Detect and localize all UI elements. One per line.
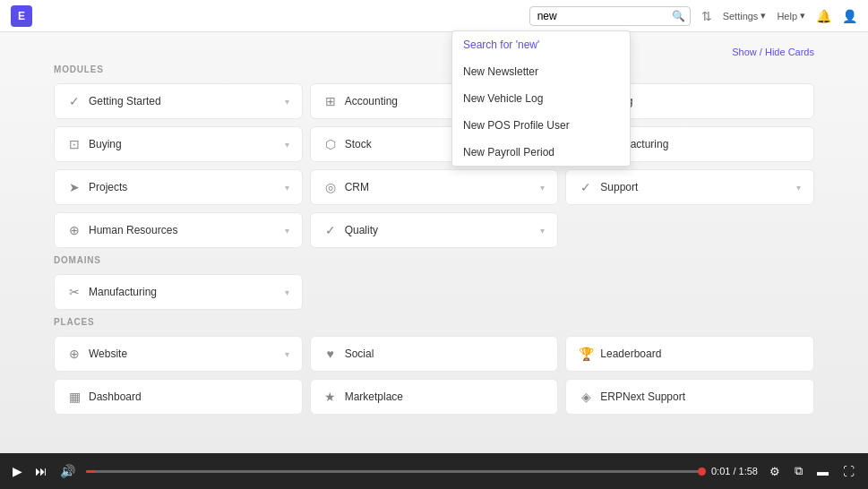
dropdown-item-vehicle-log[interactable]: New Vehicle Log [452, 85, 630, 112]
card-support[interactable]: ✓ Support ▾ [565, 169, 814, 205]
stock-icon: ⬡ [323, 137, 338, 151]
play-button[interactable]: ▶ [11, 464, 24, 478]
getting-started-icon: ✓ [67, 94, 82, 108]
quality-icon: ✓ [323, 223, 338, 237]
modules-section-label: MODULES [54, 64, 814, 74]
progress-bar-fill [86, 470, 95, 473]
modules-grid: ✓ Getting Started ▾ ⊞ Accounting ↗ Selli… [54, 83, 814, 248]
places-grid: ⊕ Website ▾ ♥ Social 🏆 Leaderboard ▦ Das… [54, 336, 814, 415]
volume-button[interactable]: 🔊 [58, 464, 77, 478]
crm-icon: ◎ [323, 180, 338, 194]
settings-chevron-icon: ▾ [761, 10, 766, 21]
search-icon: 🔍 [672, 10, 685, 22]
accounting-icon: ⊞ [323, 94, 338, 108]
card-quality[interactable]: ✓ Quality ▾ [310, 212, 559, 248]
progress-dot [698, 468, 706, 476]
support-icon: ✓ [579, 180, 593, 194]
website-icon: ⊕ [67, 347, 82, 361]
marketplace-icon: ★ [323, 390, 338, 404]
dropdown-item-pos-profile[interactable]: New POS Profile User [452, 112, 630, 139]
user-avatar-icon[interactable]: 👤 [842, 9, 857, 23]
dropdown-item-newsletter[interactable]: New Newsletter [452, 58, 630, 85]
social-icon: ♥ [323, 347, 338, 361]
progress-bar[interactable] [86, 470, 702, 473]
fullscreen-button[interactable]: ⛶ [840, 465, 857, 478]
card-manufacturing-domain[interactable]: ✂ Manufacturing ▾ [54, 274, 303, 310]
time-display: 0:01 / 1:58 [711, 466, 758, 476]
places-section-label: PLACES [54, 317, 814, 327]
buying-icon: ⊡ [67, 137, 82, 151]
card-buying[interactable]: ⊡ Buying ▾ [54, 126, 303, 162]
skip-button[interactable]: ⏭ [33, 464, 49, 478]
quality-chevron: ▾ [540, 226, 545, 236]
hr-chevron: ▾ [285, 226, 289, 236]
sync-icon: ⇅ [701, 9, 712, 23]
search-dropdown: Search for 'new' New Newsletter New Vehi… [451, 30, 631, 167]
manufacturing-domain-icon: ✂ [67, 285, 82, 299]
card-crm[interactable]: ◎ CRM ▾ [310, 169, 559, 205]
card-leaderboard[interactable]: 🏆 Leaderboard [565, 336, 814, 372]
domains-section-label: DOMAINS [54, 255, 814, 265]
card-getting-started[interactable]: ✓ Getting Started ▾ [54, 83, 303, 119]
show-hide-container: Show / Hide Cards [54, 47, 814, 57]
projects-icon: ➤ [67, 180, 82, 194]
projects-chevron: ▾ [285, 183, 289, 193]
dashboard-icon: ▦ [67, 390, 82, 404]
dropdown-item-payroll-period[interactable]: New Payroll Period [452, 139, 630, 166]
card-marketplace[interactable]: ★ Marketplace [310, 379, 559, 415]
hr-icon: ⊕ [67, 223, 82, 237]
card-hr[interactable]: ⊕ Human Resources ▾ [54, 212, 303, 248]
card-social[interactable]: ♥ Social [310, 336, 559, 372]
card-website[interactable]: ⊕ Website ▾ [54, 336, 303, 372]
domains-grid: ✂ Manufacturing ▾ [54, 274, 814, 310]
crm-chevron: ▾ [540, 183, 545, 193]
help-chevron-icon: ▾ [800, 10, 805, 21]
main-content: Show / Hide Cards MODULES ✓ Getting Star… [0, 32, 868, 453]
app-logo[interactable]: E [11, 5, 32, 27]
theater-button[interactable]: ▬ [814, 465, 831, 478]
search-input[interactable] [529, 6, 691, 26]
mini-player-button[interactable]: ⧉ [792, 464, 805, 478]
notification-icon[interactable]: 🔔 [816, 9, 831, 23]
show-hide-button[interactable]: Show / Hide Cards [732, 47, 814, 57]
buying-chevron: ▾ [285, 140, 289, 150]
support-chevron: ▾ [796, 183, 801, 193]
card-projects[interactable]: ➤ Projects ▾ [54, 169, 303, 205]
navbar-right: ⇅ Settings ▾ Help ▾ 🔔 👤 [701, 9, 857, 23]
search-container: 🔍 [529, 6, 691, 26]
help-button[interactable]: Help ▾ [777, 10, 805, 21]
erpnext-support-icon: ◈ [579, 390, 593, 404]
leaderboard-icon: 🏆 [579, 347, 593, 361]
settings-button[interactable]: Settings ▾ [723, 10, 767, 21]
card-dashboard[interactable]: ▦ Dashboard [54, 379, 303, 415]
dropdown-search-for[interactable]: Search for 'new' [452, 31, 630, 58]
card-erpnext-support[interactable]: ◈ ERPNext Support [565, 379, 814, 415]
getting-started-chevron: ▾ [285, 97, 289, 107]
settings-video-button[interactable]: ⚙ [767, 465, 783, 478]
navbar: E 🔍 ⇅ Settings ▾ Help ▾ 🔔 👤 [0, 0, 868, 32]
video-controls-bar: ▶ ⏭ 🔊 0:01 / 1:58 ⚙ ⧉ ▬ ⛶ [0, 453, 868, 489]
manufacturing-domain-chevron: ▾ [285, 287, 289, 297]
website-chevron: ▾ [285, 349, 289, 359]
